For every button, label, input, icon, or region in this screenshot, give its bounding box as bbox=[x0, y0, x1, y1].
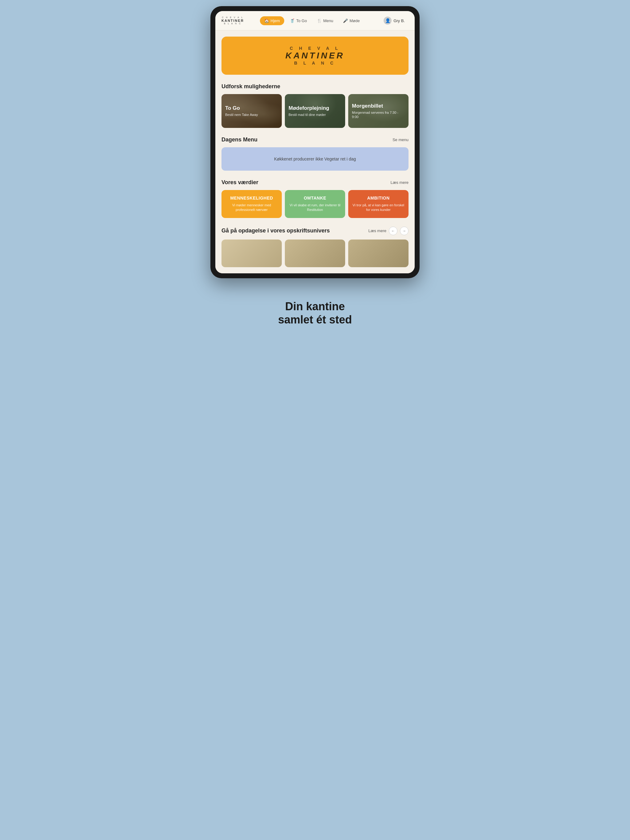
value-desc-ambition: Vi tror på, at vi kan gøre en forskel fo… bbox=[352, 203, 405, 212]
nav-item-togo[interactable]: 🥤 To Go bbox=[285, 16, 311, 25]
value-title-ambition: AMBITION bbox=[352, 196, 405, 201]
morning-card-title: Morgenbillet bbox=[352, 103, 405, 109]
category-card-morning[interactable]: Morgenbillet Morgenmad serveres fra 7:30… bbox=[348, 94, 408, 128]
nav-label-hjem: Hjem bbox=[271, 19, 280, 23]
prev-arrow-icon: ← bbox=[391, 229, 395, 233]
user-menu[interactable]: 👤 Gry B. bbox=[380, 15, 408, 27]
morning-card-overlay: Morgenbillet Morgenmad serveres fra 7:30… bbox=[348, 94, 408, 128]
category-grid: To Go Bestil nem Take Away Mødeforplejni… bbox=[222, 94, 408, 128]
recipes-section-link[interactable]: Læs mere bbox=[368, 229, 386, 233]
menu-section-link[interactable]: Se menu bbox=[393, 137, 408, 142]
home-icon: 🏠 bbox=[264, 19, 269, 23]
brand-logo: C H E V A L KANTINER B L A N C bbox=[222, 16, 244, 25]
togo-card-overlay: To Go Bestil nem Take Away bbox=[222, 94, 282, 128]
morning-card-subtitle: Morgenmad serveres fra 7:30 - 9:00 bbox=[352, 111, 405, 119]
tablet-screen: C H E V A L KANTINER B L A N C 🏠 Hjem 🥤 … bbox=[215, 11, 415, 273]
brand-kantiner: KANTINER bbox=[228, 51, 402, 61]
user-name: Gry B. bbox=[393, 19, 405, 23]
value-card-ambition[interactable]: AMBITION Vi tror på, at vi kan gøre en f… bbox=[348, 190, 408, 218]
value-title-menneskelighed: MENNESKELIGHED bbox=[225, 196, 278, 201]
recipe-thumb-1[interactable] bbox=[222, 240, 282, 267]
logo-bottom: B L A N C bbox=[224, 22, 242, 25]
nav-label-togo: To Go bbox=[296, 19, 307, 23]
menu-icon: 🍴 bbox=[317, 19, 322, 23]
recipes-prev-button[interactable]: ← bbox=[389, 227, 397, 235]
recipes-next-button[interactable]: → bbox=[400, 227, 408, 235]
category-card-meeting[interactable]: Mødeforplejning Bestil mad til dine møde… bbox=[285, 94, 345, 128]
tagline-line1: Din kantine bbox=[278, 300, 352, 313]
meeting-card-subtitle: Bestil mad til dine møder bbox=[288, 112, 342, 117]
navbar: C H E V A L KANTINER B L A N C 🏠 Hjem 🥤 … bbox=[215, 11, 415, 30]
recipes-section-title: Gå på opdagelse i vores opskriftsunivers bbox=[222, 227, 330, 234]
values-grid: MENNESKELIGHED Vi møder mennesker med pr… bbox=[222, 190, 408, 218]
nav-menu: 🏠 Hjem 🥤 To Go 🍴 Menu 🎤 Møde bbox=[260, 16, 364, 25]
tagline-section: Din kantine samlet ét sted bbox=[272, 291, 358, 329]
main-content: C H E V A L KANTINER B L A N C Udforsk m… bbox=[215, 30, 415, 273]
nav-item-hjem[interactable]: 🏠 Hjem bbox=[260, 16, 284, 25]
menu-card: Køkkenet producerer ikke Vegetar ret i d… bbox=[222, 147, 408, 171]
next-arrow-icon: → bbox=[402, 229, 406, 233]
tablet-frame: C H E V A L KANTINER B L A N C 🏠 Hjem 🥤 … bbox=[211, 6, 419, 278]
explore-section-title: Udforsk mulighederne bbox=[222, 83, 280, 90]
values-section-link[interactable]: Læs mere bbox=[390, 180, 408, 185]
menu-message: Køkkenet producerer ikke Vegetar ret i d… bbox=[228, 156, 402, 161]
value-card-omtanke[interactable]: OMTANKE Vi vil skabe et rum, der inviter… bbox=[285, 190, 345, 218]
togo-card-title: To Go bbox=[225, 105, 278, 111]
nav-label-mode: Møde bbox=[350, 19, 359, 23]
logo-main: KANTINER bbox=[222, 19, 244, 22]
value-title-omtanke: OMTANKE bbox=[288, 196, 342, 201]
recipe-thumb-2[interactable] bbox=[285, 240, 345, 267]
brand-cheval: C H E V A L bbox=[228, 46, 402, 51]
tagline-line2: samlet ét sted bbox=[278, 313, 352, 326]
togo-card-subtitle: Bestil nem Take Away bbox=[225, 112, 278, 117]
logo-top: C H E V A L bbox=[222, 16, 243, 19]
togo-icon: 🥤 bbox=[290, 19, 295, 23]
avatar: 👤 bbox=[384, 17, 392, 25]
recipes-controls: Læs mere ← → bbox=[368, 227, 408, 235]
menu-section-title: Dagens Menu bbox=[222, 136, 258, 143]
category-card-togo[interactable]: To Go Bestil nem Take Away bbox=[222, 94, 282, 128]
menu-section-header: Dagens Menu Se menu bbox=[222, 136, 408, 143]
meeting-icon: 🎤 bbox=[343, 19, 348, 23]
recipe-preview-grid bbox=[222, 240, 408, 267]
nav-label-menu: Menu bbox=[323, 19, 334, 23]
recipes-section-header: Gå på opdagelse i vores opskriftsunivers… bbox=[222, 227, 408, 235]
explore-section-header: Udforsk mulighederne bbox=[222, 83, 408, 90]
value-card-menneskelighed[interactable]: MENNESKELIGHED Vi møder mennesker med pr… bbox=[222, 190, 282, 218]
recipe-thumb-3[interactable] bbox=[348, 240, 408, 267]
meeting-card-title: Mødeforplejning bbox=[288, 105, 342, 111]
values-section-header: Vores værdier Læs mere bbox=[222, 179, 408, 186]
nav-item-menu[interactable]: 🍴 Menu bbox=[313, 16, 338, 25]
value-desc-omtanke: Vi vil skabe et rum, der inviterer til R… bbox=[288, 203, 342, 212]
values-section-title: Vores værdier bbox=[222, 179, 258, 186]
nav-item-mode[interactable]: 🎤 Møde bbox=[339, 16, 364, 25]
hero-banner: C H E V A L KANTINER B L A N C bbox=[222, 36, 408, 75]
brand-blanc: B L A N C bbox=[228, 61, 402, 65]
user-icon: 👤 bbox=[385, 18, 390, 23]
value-desc-menneskelighed: Vi møder mennesker med professionelt nær… bbox=[225, 203, 278, 212]
meeting-card-overlay: Mødeforplejning Bestil mad til dine møde… bbox=[285, 94, 345, 128]
